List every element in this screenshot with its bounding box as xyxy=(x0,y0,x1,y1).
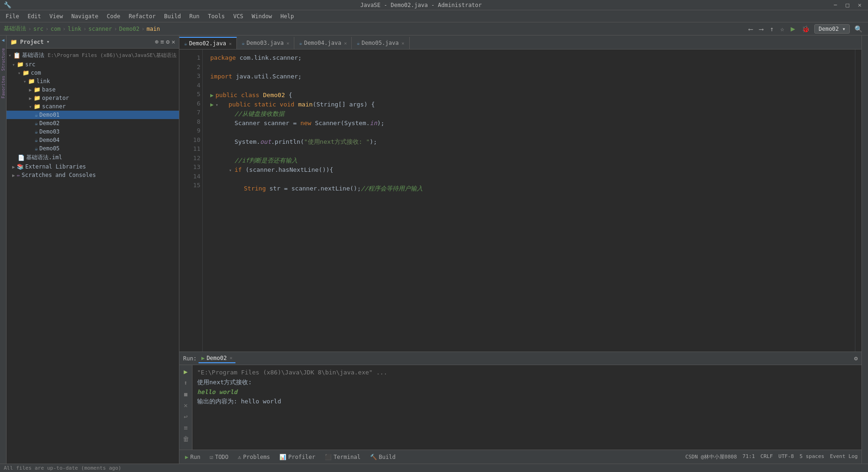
nav-back-button[interactable]: ⟵ xyxy=(747,24,754,34)
line-num-4: 4 xyxy=(181,81,200,90)
line-num-5: 5 xyxy=(181,90,200,99)
problems-icon: ⚠ xyxy=(238,454,241,460)
run-output-line-2: 使用next方式接收: xyxy=(197,378,857,387)
menu-view[interactable]: View xyxy=(46,12,67,21)
bottom-tab-profiler[interactable]: 📊 Profiler xyxy=(277,453,317,461)
breadcrumb-src[interactable]: src xyxy=(33,26,43,32)
run-tab-close[interactable]: ✕ xyxy=(230,355,233,360)
tab-demo02[interactable]: ☕ Demo02.java ✕ xyxy=(179,37,237,49)
menu-refactor[interactable]: Refactor xyxy=(125,12,159,21)
tree-item-root[interactable]: ▾ 📋 基础语法 E:\Program Files (x86)\java\Jav… xyxy=(7,50,179,60)
nav-up-button[interactable]: ↑ xyxy=(768,24,776,34)
tree-item-scanner[interactable]: ▾ 📁 scanner xyxy=(7,102,179,111)
menu-vcs[interactable]: VCS xyxy=(229,12,247,21)
tree-item-iml[interactable]: 📄 基础语法.iml xyxy=(7,153,179,162)
project-close-icon[interactable]: ✕ xyxy=(171,38,175,45)
maximize-button[interactable]: □ xyxy=(843,1,852,8)
project-settings-icon[interactable]: ⚙ xyxy=(166,38,170,45)
bottom-tab-problems[interactable]: ⚠ Problems xyxy=(236,453,272,461)
run-settings-icon[interactable]: ⚙ xyxy=(854,355,858,362)
todo-icon: ☑ xyxy=(210,454,213,460)
tab-demo03[interactable]: ☕ Demo03.java ✕ xyxy=(237,37,294,49)
menu-window[interactable]: Window xyxy=(248,12,276,21)
bottom-tab-todo[interactable]: ☑ TODO xyxy=(208,453,230,461)
tab-close-demo04[interactable]: ✕ xyxy=(344,41,347,46)
tab-demo05[interactable]: ☕ Demo05.java ✕ xyxy=(352,37,409,49)
tree-item-com[interactable]: ▾ 📁 com xyxy=(7,69,179,77)
bottom-tab-run[interactable]: ▶ Run xyxy=(183,453,202,461)
tree-item-base[interactable]: ▶ 📁 base xyxy=(7,85,179,94)
run-trash-icon[interactable]: 🗑 xyxy=(182,434,190,444)
bottom-tab-build[interactable]: 🔨 Build xyxy=(368,453,398,461)
run-play-icon[interactable]: ▶ xyxy=(183,367,188,376)
run-tab-demo02[interactable]: ▶ Demo02 ✕ xyxy=(199,354,235,363)
fold-icon-13[interactable]: ▾ xyxy=(229,167,232,174)
run-label: Run: xyxy=(183,355,197,362)
tab-demo04[interactable]: ☕ Demo04.java ✕ xyxy=(294,37,352,49)
title-controls: − □ ✕ xyxy=(831,1,864,8)
tree-item-demo05[interactable]: ☕ Demo05 xyxy=(7,144,179,153)
run-tree-icon[interactable]: ≡ xyxy=(183,423,188,432)
nav-bookmark-button[interactable]: ☆ xyxy=(778,24,786,34)
fold-icon-6[interactable]: ▾ xyxy=(215,101,218,108)
tree-item-operator[interactable]: ▶ 📁 operator xyxy=(7,94,179,102)
menu-file[interactable]: File xyxy=(2,12,23,21)
tree-label-scanner: scanner xyxy=(42,103,66,110)
menu-navigate[interactable]: Navigate xyxy=(68,12,102,21)
structure-tab-label[interactable]: Structure xyxy=(0,47,7,72)
minimize-button[interactable]: − xyxy=(831,1,840,8)
line-num-2: 2 xyxy=(181,63,200,72)
tab-close-demo02[interactable]: ✕ xyxy=(229,41,232,46)
menu-help[interactable]: Help xyxy=(277,12,298,21)
status-event-log[interactable]: Event Log xyxy=(830,453,858,460)
menu-build[interactable]: Build xyxy=(160,12,185,21)
run-wrap-icon[interactable]: ↩ xyxy=(183,412,188,421)
content-row: ▶ Structure Favorites 📁 Project ▾ ⊕ ≡ ⚙ … xyxy=(0,35,868,464)
nav-forward-button[interactable]: ⟶ xyxy=(757,24,765,34)
bottom-tab-terminal[interactable]: ⬛ Terminal xyxy=(323,453,363,461)
breadcrumb-com[interactable]: com xyxy=(50,26,61,32)
breadcrumb-link[interactable]: link xyxy=(68,26,81,32)
code-line-3: import java.util.Scanner; xyxy=(210,72,855,81)
tab-close-demo05[interactable]: ✕ xyxy=(402,41,405,46)
close-button[interactable]: ✕ xyxy=(855,1,864,8)
tree-label-scratches: Scratches and Consoles xyxy=(21,172,96,178)
tree-item-demo03[interactable]: ☕ Demo03 xyxy=(7,127,179,136)
tree-item-demo02[interactable]: ☕ Demo02 xyxy=(7,119,179,127)
tree-item-scratches[interactable]: ▶ ✏ Scratches and Consoles xyxy=(7,171,179,179)
run-arrow-6[interactable]: ▶ xyxy=(210,100,213,109)
menu-code[interactable]: Code xyxy=(103,12,124,21)
locate-file-icon[interactable]: ⊕ xyxy=(155,38,159,45)
code-area[interactable]: package com.link.scanner; import java.ut… xyxy=(203,49,855,352)
debug-button[interactable]: 🐞 xyxy=(800,24,811,34)
breadcrumb-main[interactable]: main xyxy=(147,26,160,32)
tree-label-demo02: Demo02 xyxy=(39,120,59,127)
run-arrow-5[interactable]: ▶ xyxy=(210,91,213,99)
line-num-7: 7 xyxy=(181,108,200,117)
collapse-all-icon[interactable]: ≡ xyxy=(161,38,164,45)
favorites-tab-label[interactable]: Favorites xyxy=(0,75,7,99)
run-stop-icon[interactable]: ◼ xyxy=(183,389,188,399)
line-num-8: 8 xyxy=(181,117,200,127)
run-close-icon[interactable]: ✕ xyxy=(183,401,188,410)
tree-item-demo04[interactable]: ☕ Demo04 xyxy=(7,136,179,144)
tree-item-extlibs[interactable]: ▶ 📚 External Libraries xyxy=(7,162,179,171)
menu-edit[interactable]: Edit xyxy=(24,12,45,21)
project-dropdown-icon[interactable]: ▾ xyxy=(47,39,50,45)
run-button[interactable]: ▶ xyxy=(789,23,797,34)
run-up-icon[interactable]: ⬆ xyxy=(183,378,188,387)
menu-tools[interactable]: Tools xyxy=(204,12,228,21)
build-icon: 🔨 xyxy=(370,454,377,460)
menu-run[interactable]: Run xyxy=(185,12,203,21)
nav-search-icon[interactable]: 🔍 xyxy=(853,24,864,34)
project-tab-label[interactable]: ▶ xyxy=(0,37,7,44)
breadcrumb-demo02[interactable]: Demo02 xyxy=(119,26,139,32)
tab-close-demo03[interactable]: ✕ xyxy=(286,41,289,46)
tree-item-src[interactable]: ▾ 📁 src xyxy=(7,60,179,69)
profiler-label: Profiler xyxy=(288,454,315,460)
tree-item-link[interactable]: ▾ 📁 link xyxy=(7,77,179,85)
breadcrumb-scanner[interactable]: scanner xyxy=(88,26,112,32)
tree-item-demo01[interactable]: ☕ Demo01 xyxy=(7,111,179,119)
run-config-dropdown[interactable]: Demo02 ▾ xyxy=(814,24,850,34)
breadcrumb-root[interactable]: 基础语法 xyxy=(4,25,26,33)
